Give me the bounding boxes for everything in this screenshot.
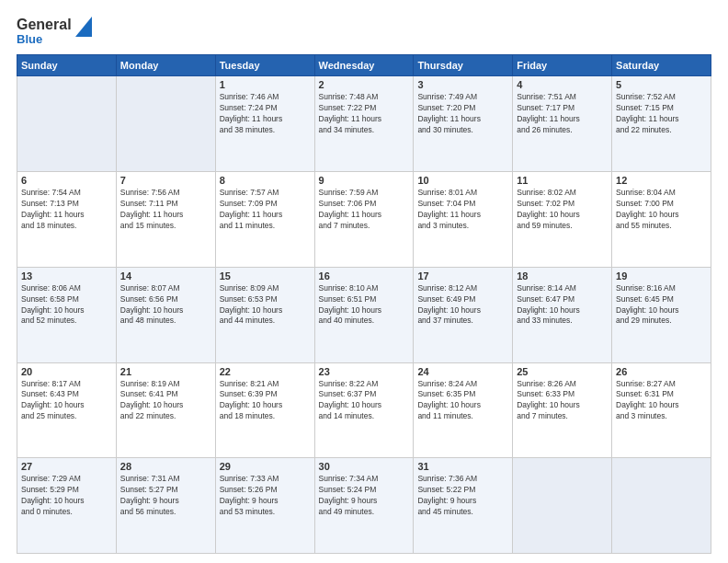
svg-marker-0 [75, 17, 92, 37]
day-info: Sunrise: 7:56 AM Sunset: 7:11 PM Dayligh… [120, 188, 211, 232]
day-info: Sunrise: 7:57 AM Sunset: 7:09 PM Dayligh… [220, 188, 311, 232]
calendar-cell: 1Sunrise: 7:46 AM Sunset: 7:24 PM Daylig… [215, 76, 314, 172]
day-info: Sunrise: 8:21 AM Sunset: 6:39 PM Dayligh… [220, 379, 311, 423]
calendar-cell: 10Sunrise: 8:01 AM Sunset: 7:04 PM Dayli… [414, 172, 513, 268]
calendar-cell: 15Sunrise: 8:09 AM Sunset: 6:53 PM Dayli… [215, 267, 314, 362]
calendar-cell: 21Sunrise: 8:19 AM Sunset: 6:41 PM Dayli… [116, 362, 215, 458]
calendar-cell: 31Sunrise: 7:36 AM Sunset: 5:22 PM Dayli… [414, 458, 513, 554]
day-info: Sunrise: 7:59 AM Sunset: 7:06 PM Dayligh… [319, 188, 410, 232]
day-info: Sunrise: 8:10 AM Sunset: 6:51 PM Dayligh… [319, 283, 410, 327]
day-info: Sunrise: 7:48 AM Sunset: 7:22 PM Dayligh… [319, 92, 410, 136]
calendar-cell: 26Sunrise: 8:27 AM Sunset: 6:31 PM Dayli… [612, 362, 711, 458]
calendar-cell: 12Sunrise: 8:04 AM Sunset: 7:00 PM Dayli… [612, 172, 711, 268]
calendar-cell: 20Sunrise: 8:17 AM Sunset: 6:43 PM Dayli… [17, 362, 117, 458]
calendar-cell: 29Sunrise: 7:33 AM Sunset: 5:26 PM Dayli… [215, 458, 314, 554]
calendar-cell: 19Sunrise: 8:16 AM Sunset: 6:45 PM Dayli… [612, 267, 711, 362]
weekday-header-wednesday: Wednesday [314, 55, 414, 76]
calendar-table: SundayMondayTuesdayWednesdayThursdayFrid… [17, 54, 711, 554]
weekday-header-saturday: Saturday [612, 55, 711, 76]
calendar-cell: 25Sunrise: 8:26 AM Sunset: 6:33 PM Dayli… [513, 362, 612, 458]
day-number: 11 [517, 175, 608, 186]
day-number: 27 [21, 461, 112, 472]
day-number: 17 [417, 270, 508, 282]
day-info: Sunrise: 7:51 AM Sunset: 7:17 PM Dayligh… [517, 92, 608, 136]
day-info: Sunrise: 8:04 AM Sunset: 7:00 PM Dayligh… [616, 188, 707, 232]
calendar-cell: 2Sunrise: 7:48 AM Sunset: 7:22 PM Daylig… [314, 76, 414, 172]
day-info: Sunrise: 7:29 AM Sunset: 5:29 PM Dayligh… [21, 474, 112, 518]
day-number: 30 [319, 461, 410, 472]
day-number: 9 [319, 175, 410, 186]
day-info: Sunrise: 8:26 AM Sunset: 6:33 PM Dayligh… [517, 379, 608, 423]
calendar-cell: 9Sunrise: 7:59 AM Sunset: 7:06 PM Daylig… [314, 172, 414, 268]
day-info: Sunrise: 8:09 AM Sunset: 6:53 PM Dayligh… [220, 283, 311, 327]
weekday-header-thursday: Thursday [414, 55, 513, 76]
calendar-cell: 3Sunrise: 7:49 AM Sunset: 7:20 PM Daylig… [414, 76, 513, 172]
calendar-cell [116, 76, 215, 172]
calendar-cell [612, 458, 711, 554]
calendar-week-row: 6Sunrise: 7:54 AM Sunset: 7:13 PM Daylig… [17, 172, 711, 268]
day-number: 3 [417, 79, 508, 90]
header: GeneralBlue [17, 17, 711, 47]
day-info: Sunrise: 8:01 AM Sunset: 7:04 PM Dayligh… [417, 188, 508, 232]
calendar-cell: 23Sunrise: 8:22 AM Sunset: 6:37 PM Dayli… [314, 362, 414, 458]
day-number: 7 [120, 175, 211, 186]
day-number: 13 [21, 270, 112, 282]
day-info: Sunrise: 8:06 AM Sunset: 6:58 PM Dayligh… [21, 283, 112, 327]
calendar-week-row: 20Sunrise: 8:17 AM Sunset: 6:43 PM Dayli… [17, 362, 711, 458]
day-info: Sunrise: 8:12 AM Sunset: 6:49 PM Dayligh… [417, 283, 508, 327]
weekday-header-row: SundayMondayTuesdayWednesdayThursdayFrid… [17, 55, 711, 76]
calendar-cell: 4Sunrise: 7:51 AM Sunset: 7:17 PM Daylig… [513, 76, 612, 172]
calendar-cell: 30Sunrise: 7:34 AM Sunset: 5:24 PM Dayli… [314, 458, 414, 554]
day-number: 28 [120, 461, 211, 472]
day-info: Sunrise: 8:19 AM Sunset: 6:41 PM Dayligh… [120, 379, 211, 423]
weekday-header-tuesday: Tuesday [215, 55, 314, 76]
day-info: Sunrise: 7:33 AM Sunset: 5:26 PM Dayligh… [220, 474, 311, 518]
day-info: Sunrise: 7:54 AM Sunset: 7:13 PM Dayligh… [21, 188, 112, 232]
calendar-cell: 14Sunrise: 8:07 AM Sunset: 6:56 PM Dayli… [116, 267, 215, 362]
day-info: Sunrise: 8:24 AM Sunset: 6:35 PM Dayligh… [417, 379, 508, 423]
calendar-cell: 5Sunrise: 7:52 AM Sunset: 7:15 PM Daylig… [612, 76, 711, 172]
calendar-cell: 13Sunrise: 8:06 AM Sunset: 6:58 PM Dayli… [17, 267, 117, 362]
calendar-cell: 22Sunrise: 8:21 AM Sunset: 6:39 PM Dayli… [215, 362, 314, 458]
logo-triangle-icon [75, 17, 92, 40]
calendar-cell: 24Sunrise: 8:24 AM Sunset: 6:35 PM Dayli… [414, 362, 513, 458]
calendar-cell: 16Sunrise: 8:10 AM Sunset: 6:51 PM Dayli… [314, 267, 414, 362]
day-number: 2 [319, 79, 410, 90]
calendar-cell: 27Sunrise: 7:29 AM Sunset: 5:29 PM Dayli… [17, 458, 117, 554]
calendar-cell: 11Sunrise: 8:02 AM Sunset: 7:02 PM Dayli… [513, 172, 612, 268]
day-info: Sunrise: 7:36 AM Sunset: 5:22 PM Dayligh… [417, 474, 508, 518]
day-info: Sunrise: 7:46 AM Sunset: 7:24 PM Dayligh… [220, 92, 311, 136]
calendar-week-row: 13Sunrise: 8:06 AM Sunset: 6:58 PM Dayli… [17, 267, 711, 362]
day-number: 8 [220, 175, 311, 186]
calendar-cell [513, 458, 612, 554]
logo-text: GeneralBlue [17, 17, 72, 47]
day-number: 10 [417, 175, 508, 186]
day-number: 23 [319, 366, 410, 377]
day-info: Sunrise: 7:52 AM Sunset: 7:15 PM Dayligh… [616, 92, 707, 136]
day-number: 18 [517, 270, 608, 282]
calendar-week-row: 27Sunrise: 7:29 AM Sunset: 5:29 PM Dayli… [17, 458, 711, 554]
day-info: Sunrise: 7:49 AM Sunset: 7:20 PM Dayligh… [417, 92, 508, 136]
calendar-cell: 28Sunrise: 7:31 AM Sunset: 5:27 PM Dayli… [116, 458, 215, 554]
day-number: 21 [120, 366, 211, 377]
logo: GeneralBlue [17, 17, 92, 47]
weekday-header-sunday: Sunday [17, 55, 117, 76]
day-info: Sunrise: 8:27 AM Sunset: 6:31 PM Dayligh… [616, 379, 707, 423]
day-number: 26 [616, 366, 707, 377]
calendar-cell: 6Sunrise: 7:54 AM Sunset: 7:13 PM Daylig… [17, 172, 117, 268]
day-number: 12 [616, 175, 707, 186]
calendar-cell: 18Sunrise: 8:14 AM Sunset: 6:47 PM Dayli… [513, 267, 612, 362]
day-info: Sunrise: 8:07 AM Sunset: 6:56 PM Dayligh… [120, 283, 211, 327]
calendar-cell [17, 76, 117, 172]
day-number: 29 [220, 461, 311, 472]
calendar-cell: 8Sunrise: 7:57 AM Sunset: 7:09 PM Daylig… [215, 172, 314, 268]
day-info: Sunrise: 7:34 AM Sunset: 5:24 PM Dayligh… [319, 474, 410, 518]
day-number: 20 [21, 366, 112, 377]
day-info: Sunrise: 8:14 AM Sunset: 6:47 PM Dayligh… [517, 283, 608, 327]
weekday-header-monday: Monday [116, 55, 215, 76]
day-number: 15 [220, 270, 311, 282]
day-info: Sunrise: 8:16 AM Sunset: 6:45 PM Dayligh… [616, 283, 707, 327]
day-number: 16 [319, 270, 410, 282]
calendar-cell: 17Sunrise: 8:12 AM Sunset: 6:49 PM Dayli… [414, 267, 513, 362]
day-number: 22 [220, 366, 311, 377]
